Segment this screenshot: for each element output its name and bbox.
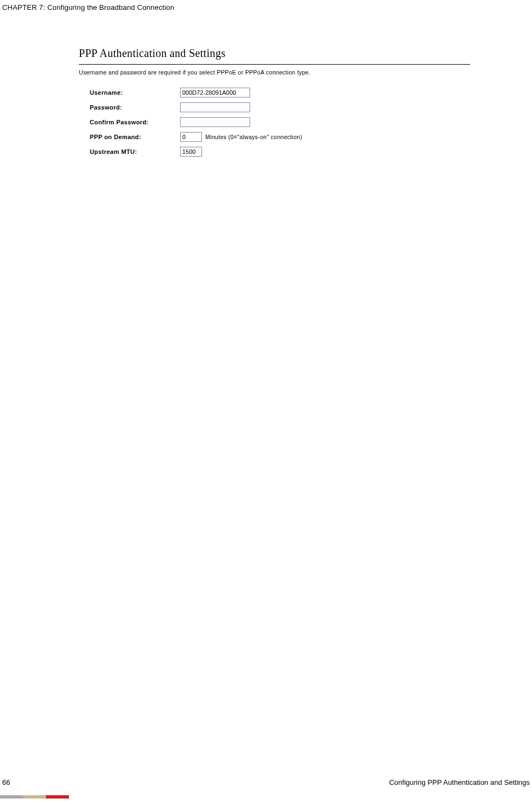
password-label: Password:: [90, 104, 180, 111]
row-ppp-on-demand: PPP on Demand: Minutes (0="always-on" co…: [79, 132, 470, 142]
row-confirm-password: Confirm Password:: [79, 117, 470, 127]
username-label: Username:: [90, 89, 180, 96]
upstream-mtu-input[interactable]: [180, 147, 202, 157]
bar-red: [46, 795, 69, 799]
page-footer: 66 Configuring PPP Authentication and Se…: [2, 778, 530, 786]
page-number: 66: [2, 778, 10, 786]
panel-title: PPP Authentication and Settings: [79, 47, 470, 63]
ppp-on-demand-label: PPP on Demand:: [90, 134, 180, 140]
username-input[interactable]: [180, 88, 250, 97]
panel-subtitle: Username and password are required if yo…: [79, 69, 470, 76]
upstream-mtu-label: Upstream MTU:: [90, 148, 180, 155]
bar-grey: [0, 795, 23, 799]
chapter-header: CHAPTER 7: Configuring the Broadband Con…: [2, 3, 174, 12]
title-rule: [79, 64, 470, 65]
ppp-on-demand-hint: Minutes (0="always-on" connection): [205, 134, 302, 140]
row-username: Username:: [79, 88, 470, 97]
confirm-password-input[interactable]: [180, 117, 250, 127]
row-upstream-mtu: Upstream MTU:: [79, 147, 470, 157]
row-password: Password:: [79, 102, 470, 112]
bar-tan: [23, 795, 46, 799]
footer-section-title: Configuring PPP Authentication and Setti…: [389, 778, 530, 786]
ppp-settings-panel: PPP Authentication and Settings Username…: [79, 47, 470, 162]
ppp-on-demand-input[interactable]: [180, 132, 202, 142]
footer-color-bar: [0, 795, 69, 799]
confirm-password-label: Confirm Password:: [90, 119, 180, 125]
password-input[interactable]: [180, 102, 250, 112]
